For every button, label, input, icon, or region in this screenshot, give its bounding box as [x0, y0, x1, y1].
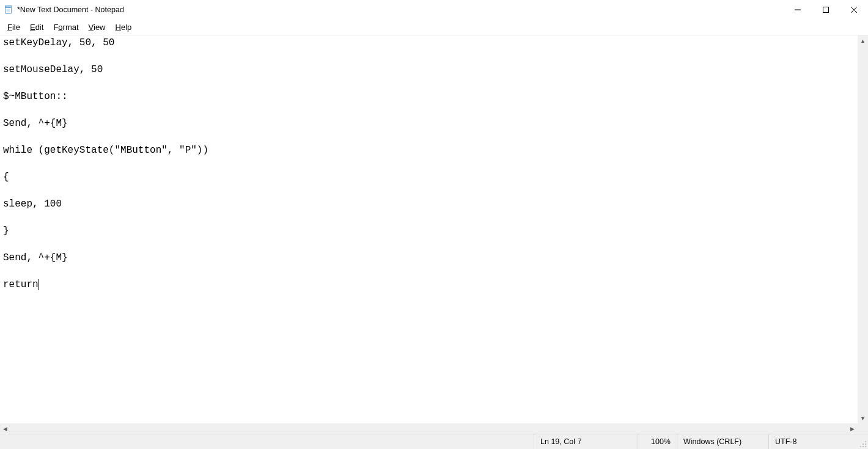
status-spacer — [0, 434, 534, 449]
window-title: *New Text Document - Notepad — [17, 5, 124, 14]
menu-view[interactable]: View — [84, 21, 111, 33]
minimize-button[interactable] — [784, 0, 812, 20]
status-position: Ln 19, Col 7 — [534, 434, 638, 449]
svg-rect-1 — [6, 6, 12, 8]
status-eol: Windows (CRLF) — [677, 434, 768, 449]
menu-file[interactable]: File — [2, 21, 25, 33]
svg-point-9 — [865, 441, 866, 442]
scroll-up-icon[interactable]: ▲ — [858, 35, 868, 46]
scroll-right-icon[interactable]: ▶ — [847, 423, 858, 434]
close-button[interactable] — [840, 0, 868, 20]
notepad-window: *New Text Document - Notepad File Edit F… — [0, 0, 868, 449]
maximize-button[interactable] — [812, 0, 840, 20]
scroll-left-icon[interactable]: ◀ — [0, 423, 10, 434]
window-controls — [784, 0, 868, 20]
editor-container: setKeyDelay, 50, 50 setMouseDelay, 50 $~… — [0, 35, 868, 434]
horizontal-scrollbar[interactable]: ◀ ▶ — [0, 423, 858, 434]
menu-bar: File Edit Format View Help — [0, 20, 868, 35]
menu-edit[interactable]: Edit — [25, 21, 48, 33]
text-caret — [39, 279, 39, 290]
svg-rect-6 — [823, 7, 829, 13]
svg-point-10 — [865, 444, 866, 445]
vertical-scrollbar[interactable]: ▲ ▼ — [858, 35, 868, 423]
menu-help[interactable]: Help — [111, 21, 137, 33]
menu-format[interactable]: Format — [48, 21, 83, 33]
resize-grip[interactable] — [858, 434, 868, 449]
status-bar: Ln 19, Col 7 100% Windows (CRLF) UTF-8 — [0, 434, 868, 449]
svg-point-11 — [862, 444, 864, 445]
status-zoom: 100% — [638, 434, 677, 449]
text-editor[interactable]: setKeyDelay, 50, 50 setMouseDelay, 50 $~… — [0, 35, 858, 423]
title-bar: *New Text Document - Notepad — [0, 0, 868, 20]
notepad-icon — [4, 5, 13, 15]
svg-point-12 — [865, 446, 866, 447]
status-encoding: UTF-8 — [768, 434, 858, 449]
svg-point-14 — [860, 446, 861, 447]
svg-point-13 — [862, 446, 864, 447]
scroll-down-icon[interactable]: ▼ — [858, 413, 868, 423]
scrollbar-corner — [858, 423, 868, 434]
